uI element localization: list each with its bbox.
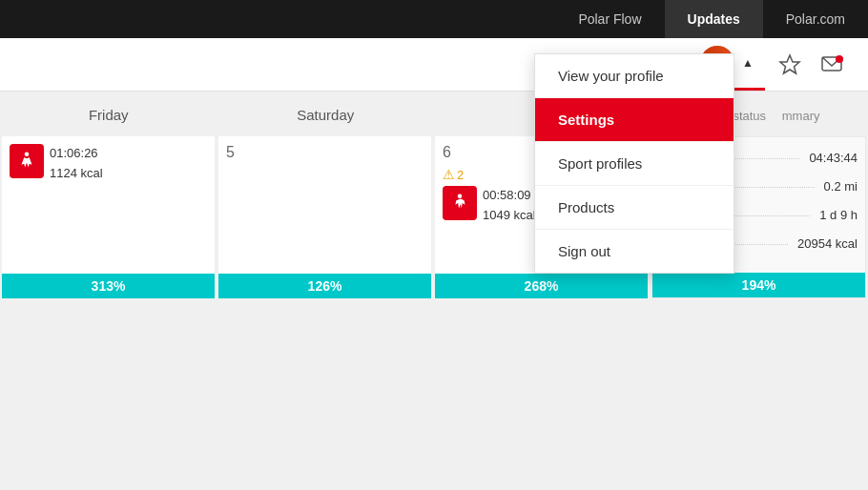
tab-updates[interactable]: Updates — [665, 0, 763, 38]
notification-dot — [836, 55, 843, 63]
warning-count: 2 — [457, 168, 464, 182]
cal-cell-saturday: 5 126% — [218, 136, 431, 298]
messages-button[interactable] — [815, 48, 849, 82]
svg-marker-1 — [780, 55, 799, 73]
activity-icon-sunday — [443, 186, 477, 220]
favorites-btn-wrap — [765, 48, 807, 82]
activity-stats-friday: 01:06:26 1124 kcal — [50, 144, 103, 184]
day-saturday: Saturday — [217, 103, 435, 127]
user-dropdown: View your profile Settings Sport profile… — [534, 53, 734, 274]
top-nav: Polar Flow Updates Polar.com — [0, 0, 868, 38]
cal-cell-friday: 01:06:26 1124 kcal 313% — [2, 136, 215, 298]
svg-point-3 — [25, 152, 30, 156]
tab-polar-com[interactable]: Polar.com — [763, 0, 868, 38]
messages-btn-wrap — [807, 48, 849, 82]
menu-item-settings[interactable]: Settings — [535, 98, 734, 142]
cell-progress-friday: 313% — [2, 274, 215, 298]
stat-value-distance: 0.2 mi — [824, 174, 858, 199]
caret-up-icon: ▲ — [742, 56, 754, 70]
activity-block-friday: 01:06:26 1124 kcal — [10, 144, 207, 184]
menu-item-products[interactable]: Products — [535, 186, 734, 230]
stat-value-time: 04:43:44 — [809, 146, 858, 171]
svg-point-4 — [458, 194, 463, 198]
activity-icon-friday — [10, 144, 44, 178]
cell-number-saturday: 5 — [226, 144, 424, 161]
activity-kcal-sunday: 1049 kcal — [483, 206, 536, 226]
cell-progress-saturday: 126% — [218, 274, 431, 298]
menu-item-sport-profiles[interactable]: Sport profiles — [535, 142, 734, 186]
calendar-grid: 01:06:26 1124 kcal 313% 5 126% 6 ⚠ 2 — [0, 134, 868, 300]
cell-progress-summary: 194% — [652, 273, 865, 297]
day-friday: Friday — [0, 103, 217, 127]
user-bar: DC Rainmaker ▲ — [0, 38, 868, 92]
warning-icon: ⚠ — [443, 167, 455, 182]
cell-progress-sunday: 268% — [435, 274, 648, 298]
calendar-area: Friday Saturday Su overy status mmary — [0, 92, 868, 300]
activity-time-friday: 01:06:26 — [50, 144, 103, 164]
menu-item-view-profile[interactable]: View your profile — [535, 54, 734, 98]
favorites-button[interactable] — [773, 48, 807, 82]
days-header: Friday Saturday Su overy status mmary — [0, 92, 868, 134]
stat-value-calories: 20954 kcal — [797, 232, 858, 256]
activity-stats-sunday: 00:58:09 1049 kcal — [483, 186, 536, 226]
tab-polar-flow[interactable]: Polar Flow — [555, 0, 664, 38]
activity-time-sunday: 00:58:09 — [483, 186, 536, 206]
stat-value-recovery: 1 d 9 h — [819, 203, 858, 228]
menu-item-sign-out[interactable]: Sign out — [535, 230, 734, 273]
activity-kcal-friday: 1124 kcal — [50, 164, 103, 184]
